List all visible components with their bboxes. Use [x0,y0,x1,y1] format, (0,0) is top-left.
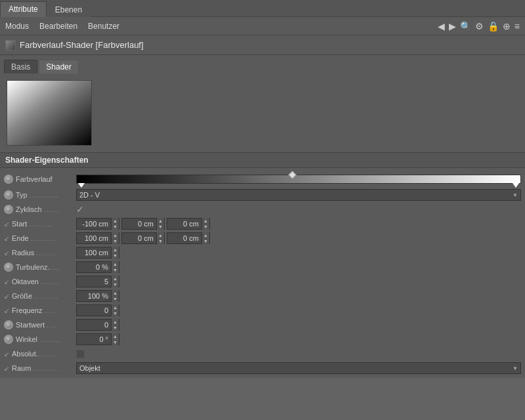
ende-x-input[interactable]: ▲ ▼ [76,232,119,244]
start-z-down[interactable]: ▼ [202,224,209,230]
prop-label-group-zyklisch: Zyklisch ...... [4,205,76,214]
prop-label-group-raum: ↙ Raum .......... [4,364,76,372]
startwert-field[interactable] [77,320,111,329]
prop-label-group-startwert: Startwert .... [4,320,76,329]
groesse-up[interactable]: ▲ [112,290,119,296]
start-y-up[interactable]: ▲ [157,218,164,224]
start-z-field[interactable] [167,219,201,228]
prop-dot-turbulenz[interactable] [4,262,13,272]
arrow-left-icon[interactable]: ◀ [438,21,445,32]
frequenz-up[interactable]: ▲ [112,304,119,310]
tab-ebenen[interactable]: Ebenen [47,2,91,17]
menu-benutzer[interactable]: Benutzer [88,22,119,31]
ende-y-field[interactable] [122,234,156,243]
ende-x-down[interactable]: ▼ [112,238,119,244]
radius-down[interactable]: ▼ [112,253,119,259]
ende-y-down[interactable]: ▼ [157,238,164,244]
prop-arrow-radius: ↙ [4,249,9,257]
prop-label-zyklisch: Zyklisch ...... [16,205,60,213]
radius-input[interactable]: ▲ ▼ [76,247,119,259]
gradient-center-marker[interactable] [289,171,297,179]
ende-x-field[interactable] [77,234,111,243]
gradient-left-marker[interactable] [78,183,85,188]
ende-z-up[interactable]: ▲ [202,232,209,238]
prop-value-typ[interactable]: 2D - V ▼ [76,189,521,201]
winkel-down[interactable]: ▼ [112,339,119,345]
gradient-bar[interactable] [76,175,521,184]
start-y-input[interactable]: ▲ ▼ [121,218,165,230]
start-z-input[interactable]: ▲ ▼ [167,218,210,230]
ende-z-down[interactable]: ▼ [202,238,209,244]
prop-label-group-typ: Typ ........... [4,190,76,200]
start-z-up[interactable]: ▲ [202,218,209,224]
dropdown-typ[interactable]: 2D - V ▼ [76,189,521,201]
turbulenz-input[interactable]: ▲ ▼ [76,261,119,273]
start-y-field[interactable] [122,219,156,228]
tab-basis[interactable]: Basis [4,60,37,74]
dropdown-raum[interactable]: Objekt ▼ [76,362,521,374]
add-icon[interactable]: ⊕ [503,21,511,32]
radius-field[interactable] [77,248,111,257]
radius-up[interactable]: ▲ [112,247,119,253]
startwert-down[interactable]: ▼ [112,325,119,331]
prop-row-winkel: Winkel ........ ▲ ▼ [0,332,525,346]
gradient-bar-container[interactable] [76,172,521,186]
oktaven-down[interactable]: ▼ [112,282,119,287]
oktaven-up[interactable]: ▲ [112,276,119,282]
turbulenz-field[interactable] [77,262,111,272]
frequenz-down[interactable]: ▼ [112,310,119,316]
menu-icon[interactable]: ≡ [514,21,520,32]
frequenz-field[interactable] [77,306,111,315]
start-x-up[interactable]: ▲ [112,218,119,224]
ende-z-input[interactable]: ▲ ▼ [167,232,210,244]
tab-shader[interactable]: Shader [39,60,79,74]
start-x-field[interactable] [77,219,111,228]
shader-preview[interactable] [7,80,92,146]
start-x-input[interactable]: ▲ ▼ [76,218,119,230]
prop-arrow-ende: ↙ [4,235,9,242]
frequenz-input[interactable]: ▲ ▼ [76,304,119,316]
startwert-up[interactable]: ▲ [112,319,119,325]
startwert-input[interactable]: ▲ ▼ [76,319,119,331]
oktaven-field[interactable] [77,277,111,286]
search-icon[interactable]: 🔍 [460,21,471,32]
prop-value-startwert: ▲ ▼ [76,319,521,331]
groesse-down[interactable]: ▼ [112,296,119,302]
turbulenz-up[interactable]: ▲ [112,261,119,267]
oktaven-input[interactable]: ▲ ▼ [76,276,119,287]
prop-dot-farbverlauf[interactable] [4,175,13,184]
prop-label-turbulenz: Turbulenz..... [16,263,60,271]
winkel-field[interactable] [77,335,111,344]
turbulenz-down[interactable]: ▼ [112,267,119,273]
prop-arrow-oktaven: ↙ [4,278,9,285]
prop-dot-startwert[interactable] [4,320,13,329]
menu-bearbeiten[interactable]: Bearbeiten [39,22,77,31]
prop-row-startwert: Startwert .... ▲ ▼ [0,318,525,332]
prop-dot-zyklisch[interactable] [4,205,13,214]
checkbox-absolut[interactable] [76,350,85,358]
groesse-input[interactable]: ▲ ▼ [76,290,119,302]
ende-y-input[interactable]: ▲ ▼ [121,232,165,244]
prop-arrow-frequenz: ↙ [4,307,9,314]
gradient-right-marker[interactable] [513,183,519,188]
prop-value-raum: Objekt ▼ [76,362,521,374]
start-y-down[interactable]: ▼ [157,224,164,230]
prop-dot-winkel[interactable] [4,335,13,344]
lock-icon[interactable]: 🔒 [488,21,499,32]
ende-x-up[interactable]: ▲ [112,232,119,238]
prop-row-zyklisch: Zyklisch ...... ✓ [0,202,525,217]
start-x-down[interactable]: ▼ [112,224,119,230]
ende-y-up[interactable]: ▲ [157,232,164,238]
arrow-right-icon[interactable]: ▶ [449,21,456,32]
menu-modus[interactable]: Modus [5,22,29,31]
prop-dot-typ[interactable] [4,190,13,200]
prop-row-raum: ↙ Raum .......... Objekt ▼ [0,361,525,375]
ende-z-field[interactable] [167,234,201,243]
checkbox-zyklisch[interactable]: ✓ [76,204,84,215]
prop-row-frequenz: ↙ Frequenz .... ▲ ▼ [0,303,525,318]
tab-attribute[interactable]: Attribute [0,1,47,17]
groesse-field[interactable] [77,291,111,301]
winkel-up[interactable]: ▲ [112,333,119,339]
gear-icon[interactable]: ⚙ [475,21,484,32]
winkel-input[interactable]: ▲ ▼ [76,333,119,345]
